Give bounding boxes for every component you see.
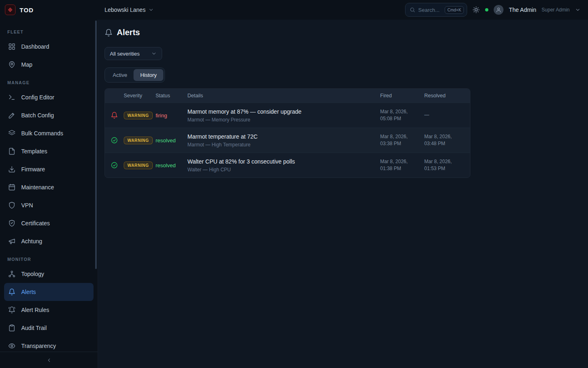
bell-alert-icon xyxy=(111,112,118,119)
clipboard-icon xyxy=(8,324,16,332)
severity-badge: WARNING xyxy=(124,112,153,119)
alerts-table-header: Severity Status Details Fired Resolved xyxy=(105,89,470,103)
status-text: firing xyxy=(156,112,187,119)
calendar-icon xyxy=(8,184,16,191)
check-circle-icon xyxy=(111,162,118,169)
sidebar-section-fleet: FLEET xyxy=(4,23,94,38)
sidebar-item-label: Firmware xyxy=(21,166,45,173)
sidebar-scrollbar[interactable] xyxy=(95,20,97,269)
search-input[interactable] xyxy=(418,7,441,13)
chevron-down-icon xyxy=(151,51,157,56)
app-root: TOD Lebowski Lanes Cmd+K The Admin Super… xyxy=(0,0,588,368)
fired-timestamp: Mar 8, 2026, 05:08 PM xyxy=(380,108,424,123)
sidebar-item-achtung[interactable]: Achtung xyxy=(4,232,94,250)
search-icon xyxy=(410,7,415,13)
sidebar-item-templates[interactable]: Templates xyxy=(4,142,94,160)
brand: TOD xyxy=(0,4,98,15)
alert-subtitle: Marmot — High Temperature xyxy=(187,142,375,148)
user-menu-button[interactable] xyxy=(575,7,581,13)
tab-history[interactable]: History xyxy=(134,69,163,81)
sidebar-collapse-button[interactable] xyxy=(0,352,98,368)
sidebar-item-label: Alert Rules xyxy=(21,307,49,313)
sidebar-item-config-editor[interactable]: Config Editor xyxy=(4,88,94,106)
resolved-timestamp: — xyxy=(424,112,469,119)
brand-name: TOD xyxy=(20,7,33,13)
bell-icon xyxy=(105,29,113,37)
sidebar-item-label: VPN xyxy=(21,202,33,209)
severity-badge: WARNING xyxy=(124,137,153,144)
severity-badge: WARNING xyxy=(124,162,153,169)
sidebar-item-dashboard[interactable]: Dashboard xyxy=(4,38,94,56)
table-row[interactable]: WARNING firing Marmot memory at 87% — co… xyxy=(105,103,470,128)
sidebar-item-map[interactable]: Map xyxy=(4,56,94,74)
col-fired: Fired xyxy=(380,93,424,99)
app-logo-icon xyxy=(5,4,16,15)
resolved-timestamp: Mar 8, 2026, 03:48 PM xyxy=(424,133,469,148)
user-role-badge: Super Admin xyxy=(541,7,570,13)
sidebar-item-label: Maintenance xyxy=(21,184,54,191)
sidebar-item-alert-rules[interactable]: Alert Rules xyxy=(4,301,94,319)
sidebar-item-label: Topology xyxy=(21,271,44,277)
bell-ring-icon xyxy=(8,306,16,314)
chevron-left-icon xyxy=(46,357,52,363)
chevron-down-icon xyxy=(575,7,581,13)
sidebar-item-topology[interactable]: Topology xyxy=(4,265,94,283)
avatar[interactable] xyxy=(494,5,503,15)
tab-active[interactable]: Active xyxy=(106,69,134,81)
fired-timestamp: Mar 8, 2026, 03:38 PM xyxy=(380,133,424,148)
sidebar-item-label: Map xyxy=(21,61,32,68)
sidebar-item-batch-config[interactable]: Batch Config xyxy=(4,106,94,124)
status-text: resolved xyxy=(156,162,187,168)
file-icon xyxy=(8,148,16,155)
check-circle-icon xyxy=(111,137,118,144)
table-row[interactable]: WARNING resolved Walter CPU at 82% for 3… xyxy=(105,153,470,177)
main-content: Alerts All severities Active History Sev… xyxy=(98,20,588,368)
sidebar-item-maintenance[interactable]: Maintenance xyxy=(4,178,94,196)
severity-filter-select[interactable]: All severities xyxy=(105,47,162,60)
topology-icon xyxy=(8,270,16,278)
sidebar-item-vpn[interactable]: VPN xyxy=(4,196,94,214)
page-header: Alerts xyxy=(105,28,581,37)
alerts-table: Severity Status Details Fired Resolved W… xyxy=(105,88,470,178)
alerts-tab-group: Active History xyxy=(105,67,165,83)
frame: FLEET Dashboard Map MANAGE Config Editor… xyxy=(0,20,588,368)
brush-icon xyxy=(8,112,16,119)
table-row[interactable]: WARNING resolved Marmot temperature at 7… xyxy=(105,128,470,153)
col-severity: Severity xyxy=(124,93,156,99)
col-details: Details xyxy=(187,93,380,99)
map-pin-icon xyxy=(8,61,16,68)
col-resolved: Resolved xyxy=(424,93,469,99)
sidebar-item-firmware[interactable]: Firmware xyxy=(4,160,94,178)
sidebar-item-audit-trail[interactable]: Audit Trail xyxy=(4,319,94,337)
user-icon xyxy=(496,7,501,13)
resolved-timestamp: Mar 8, 2026, 01:53 PM xyxy=(424,158,469,173)
col-status: Status xyxy=(156,93,187,99)
bell-icon xyxy=(8,288,16,296)
alert-subtitle: Marmot — Memory Pressure xyxy=(187,117,375,123)
search-shortcut-badge: Cmd+K xyxy=(445,6,464,14)
sidebar-item-label: Achtung xyxy=(21,238,42,245)
sidebar-section-manage: MANAGE xyxy=(4,74,94,88)
alert-details: Marmot temperature at 72C Marmot — High … xyxy=(187,129,380,152)
eye-icon xyxy=(8,342,16,350)
sidebar-item-alerts[interactable]: Alerts xyxy=(4,283,94,301)
download-icon xyxy=(8,166,16,173)
severity-filter-value: All severities xyxy=(110,51,140,57)
grid-icon xyxy=(8,43,16,50)
connection-status-dot xyxy=(485,8,488,11)
user-name: The Admin xyxy=(509,7,536,13)
alert-details: Walter CPU at 82% for 3 consecutive poll… xyxy=(187,154,380,177)
sidebar-item-bulk-commands[interactable]: Bulk Commands xyxy=(4,124,94,142)
theme-toggle-button[interactable] xyxy=(472,6,480,13)
fired-timestamp: Mar 8, 2026, 01:38 PM xyxy=(380,158,424,173)
org-selector[interactable]: Lebowski Lanes xyxy=(105,7,154,13)
sidebar-item-label: Certificates xyxy=(21,220,50,227)
search-box[interactable]: Cmd+K xyxy=(405,3,467,17)
topbar-right: Cmd+K The Admin Super Admin xyxy=(405,3,588,17)
sidebar-item-label: Dashboard xyxy=(21,43,49,50)
topbar: TOD Lebowski Lanes Cmd+K The Admin Super… xyxy=(0,0,588,20)
sidebar-item-label: Bulk Commands xyxy=(21,130,63,137)
sidebar-item-certificates[interactable]: Certificates xyxy=(4,214,94,232)
page-title: Alerts xyxy=(117,28,140,37)
alert-title: Marmot temperature at 72C xyxy=(187,133,375,140)
